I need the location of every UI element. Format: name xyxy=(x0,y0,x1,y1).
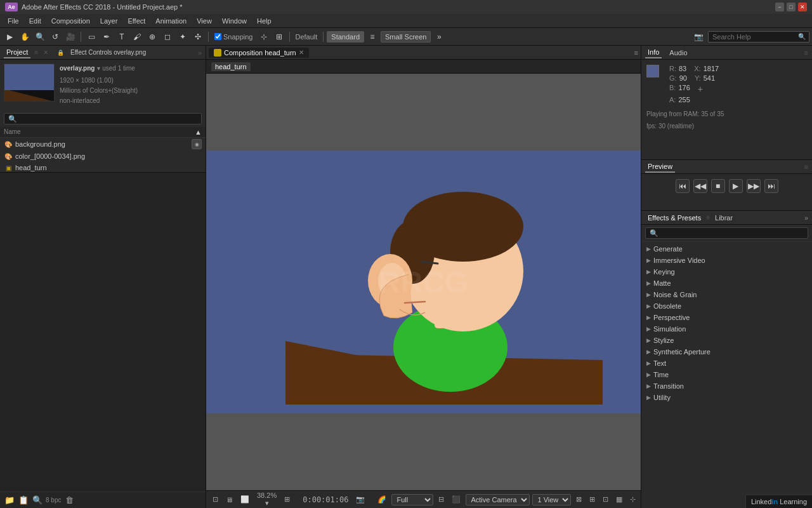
proj-item-solo-background[interactable]: ◉ xyxy=(192,139,202,149)
viewer-fast-preview[interactable]: ⊟ xyxy=(436,494,447,505)
workspace-small[interactable]: Small Screen xyxy=(381,31,431,43)
tool-rotate[interactable]: ↺ xyxy=(48,30,62,44)
tool-mask[interactable]: ▭ xyxy=(84,30,98,44)
comp-panel-menu[interactable]: ≡ xyxy=(634,49,638,57)
minimize-button[interactable]: − xyxy=(775,3,784,11)
project-search-input[interactable] xyxy=(4,113,202,124)
viewer-view-select[interactable]: 1 View xyxy=(532,494,571,505)
menu-composition[interactable]: Composition xyxy=(46,16,95,26)
effects-presets-tab[interactable]: Effects & Presets xyxy=(645,213,704,223)
prev-fwd[interactable]: ▶▶ xyxy=(747,179,761,193)
effects-search-input[interactable] xyxy=(645,227,808,239)
proj-item-head-turn[interactable]: ▣ head_turn xyxy=(0,162,206,172)
prev-back[interactable]: ◀◀ xyxy=(693,179,707,193)
viewer-zoom-percent[interactable]: 38.2% ▾ xyxy=(254,490,279,508)
viewer-camera-select[interactable]: Active Camera xyxy=(466,494,530,505)
tool-pen[interactable]: ✒ xyxy=(100,30,114,44)
viewer-region-of-interest[interactable]: ⊡ xyxy=(210,494,221,505)
effect-utility[interactable]: ▶ Utility xyxy=(641,392,812,403)
snapping-check[interactable] xyxy=(214,33,221,40)
screenshot-btn[interactable]: 📷 xyxy=(691,30,705,44)
viewer-resolution-toggle[interactable]: 🖥 xyxy=(223,495,235,505)
menu-edit[interactable]: Edit xyxy=(24,16,46,26)
viewer-quality-select[interactable]: Full Half Quarter xyxy=(391,494,433,505)
viewer-camera-btn[interactable]: 📷 xyxy=(353,494,367,505)
menu-file[interactable]: File xyxy=(3,16,24,26)
effect-text[interactable]: ▶ Text xyxy=(641,358,812,369)
menu-animation[interactable]: Animation xyxy=(150,16,192,26)
tool-clone[interactable]: ⊕ xyxy=(145,30,159,44)
workspace-standard-opts[interactable]: ≡ xyxy=(365,30,379,44)
viewer-transparency[interactable]: ⬜ xyxy=(238,494,252,505)
menu-window[interactable]: Window xyxy=(217,16,252,26)
audio-tab[interactable]: Audio xyxy=(667,48,690,58)
menu-help[interactable]: Help xyxy=(252,16,277,26)
project-tab[interactable]: Project xyxy=(4,47,30,58)
panel-close-icon[interactable]: ✕ xyxy=(43,49,48,56)
effect-obsolete[interactable]: ▶ Obsolete xyxy=(641,300,812,312)
tool-eraser[interactable]: ◻ xyxy=(160,30,174,44)
effect-generate[interactable]: ▶ Generate xyxy=(641,243,812,255)
prev-last[interactable]: ⏭ xyxy=(764,179,778,193)
effect-keying[interactable]: ▶ Keying xyxy=(641,266,812,277)
effect-immersive[interactable]: ▶ Immersive Video xyxy=(641,255,812,266)
effect-controls-tab[interactable]: Effect Controls overlay.png xyxy=(68,48,148,57)
viewer-3d-toggle[interactable]: ⊠ xyxy=(573,494,584,505)
tool-snap-extra1[interactable]: ⊹ xyxy=(257,30,271,44)
col-sort-icon[interactable]: ▲ xyxy=(195,128,202,136)
breadcrumb-comp[interactable]: head_turn xyxy=(211,62,251,71)
proj-new-comp[interactable]: 📋 xyxy=(18,495,29,506)
preview-panel-menu[interactable]: ≡ xyxy=(804,163,808,171)
workspace-extend[interactable]: » xyxy=(432,30,446,44)
effect-transition[interactable]: ▶ Transition xyxy=(641,380,812,392)
workspace-standard[interactable]: Standard xyxy=(327,31,364,43)
viewer-guides[interactable]: ⊡ xyxy=(600,494,611,505)
tool-hand[interactable]: ✋ xyxy=(18,30,32,44)
snapping-checkbox[interactable]: Snapping xyxy=(212,33,256,41)
proj-item-color[interactable]: 🎨 color_[0000-0034].png xyxy=(0,150,206,162)
effect-noise-grain[interactable]: ▶ Noise & Grain xyxy=(641,289,812,300)
viewer-timecode[interactable]: 0:00:01:06 xyxy=(300,494,351,505)
search-help-input[interactable] xyxy=(708,31,809,43)
tool-selection[interactable]: ▶ xyxy=(3,30,16,44)
menu-view[interactable]: View xyxy=(192,16,217,26)
tool-text[interactable]: T xyxy=(115,30,129,44)
comp-tab-close[interactable]: ✕ xyxy=(299,49,304,56)
maximize-button[interactable]: □ xyxy=(787,3,796,11)
prev-play[interactable]: ▶ xyxy=(729,179,743,193)
proj-delete[interactable]: 🗑 xyxy=(63,495,75,506)
effect-time[interactable]: ▶ Time xyxy=(641,369,812,380)
tool-snap-extra2[interactable]: ⊞ xyxy=(272,30,286,44)
preview-tab[interactable]: Preview xyxy=(645,161,675,173)
viewer-color-picker[interactable]: 🌈 xyxy=(375,494,389,505)
viewer-grid[interactable]: ⊞ xyxy=(587,494,598,505)
proj-find[interactable]: 🔍 xyxy=(32,495,43,506)
effect-perspective[interactable]: ▶ Perspective xyxy=(641,312,812,323)
viewer-layer-controls[interactable]: ⬛ xyxy=(449,494,463,505)
comp-tab-head-turn[interactable]: Composition head_turn ✕ xyxy=(209,48,309,58)
panel-expand-icon[interactable]: » xyxy=(198,49,202,57)
effect-stylize[interactable]: ▶ Stylize xyxy=(641,335,812,346)
tool-zoom[interactable]: 🔍 xyxy=(33,30,47,44)
tool-puppet[interactable]: ✦ xyxy=(176,30,190,44)
prev-stop[interactable]: ■ xyxy=(711,179,725,193)
prev-first[interactable]: ⏮ xyxy=(676,179,690,193)
info-panel-menu[interactable]: ≡ xyxy=(804,49,808,57)
menu-layer[interactable]: Layer xyxy=(95,16,123,26)
viewer-fit-toggle[interactable]: ⊞ xyxy=(282,494,292,505)
close-button[interactable]: ✕ xyxy=(798,3,807,11)
tool-camera[interactable]: 🎥 xyxy=(63,30,77,44)
proj-item-background[interactable]: 🎨 background.png ◉ xyxy=(0,138,206,150)
info-tab[interactable]: Info xyxy=(645,47,662,58)
effect-synthetic[interactable]: ▶ Synthetic Aperture xyxy=(641,346,812,358)
effect-simulation[interactable]: ▶ Simulation xyxy=(641,323,812,335)
viewer-safe-zones[interactable]: ▦ xyxy=(613,494,625,505)
menu-effect[interactable]: Effect xyxy=(122,16,150,26)
viewer-snap[interactable]: ⊹ xyxy=(627,494,638,505)
effect-matte[interactable]: ▶ Matte xyxy=(641,277,812,289)
proj-new-folder[interactable]: 📁 xyxy=(4,495,15,506)
effects-extend[interactable]: » xyxy=(804,214,808,222)
library-tab[interactable]: Librar xyxy=(712,213,735,223)
tool-extra[interactable]: ✣ xyxy=(191,30,205,44)
tool-brush[interactable]: 🖌 xyxy=(130,30,144,44)
